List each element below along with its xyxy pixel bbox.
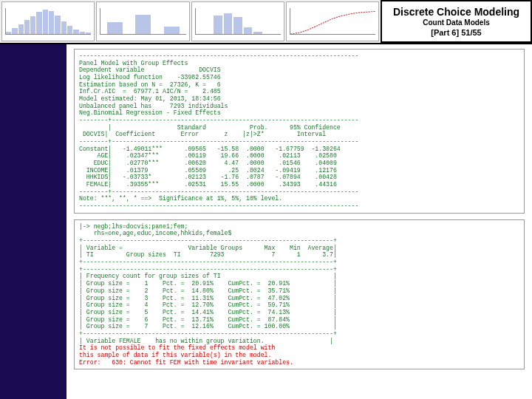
left-side-strip — [0, 44, 66, 399]
panel-summary-output: |-> negb;lhs=docvis;pane1;fem; rhs=one,a… — [74, 219, 525, 369]
header-chart-line — [286, 1, 379, 41]
header-charts — [0, 0, 381, 43]
header-chart-bars5 — [191, 1, 284, 41]
slide-title: Discrete Choice Modeling — [393, 6, 519, 18]
title-box: Discrete Choice Modeling Count Data Mode… — [381, 0, 532, 43]
panel-summary-text: |-> negb;lhs=docvis;pane1;fem; rhs=one,a… — [75, 220, 524, 369]
header-chart-bars3 — [96, 1, 189, 41]
regression-output-panel: ----------------------------------------… — [74, 49, 525, 214]
slide-part-label: [Part 6] 51/55 — [431, 28, 481, 37]
regression-output-text: ----------------------------------------… — [75, 50, 524, 213]
slide-header: Discrete Choice Modeling Count Data Mode… — [0, 0, 532, 44]
header-chart-histogram — [1, 1, 95, 41]
slide-subtitle: Count Data Models — [423, 18, 490, 27]
content-area: ----------------------------------------… — [66, 44, 532, 399]
slide-body: ----------------------------------------… — [0, 44, 532, 399]
